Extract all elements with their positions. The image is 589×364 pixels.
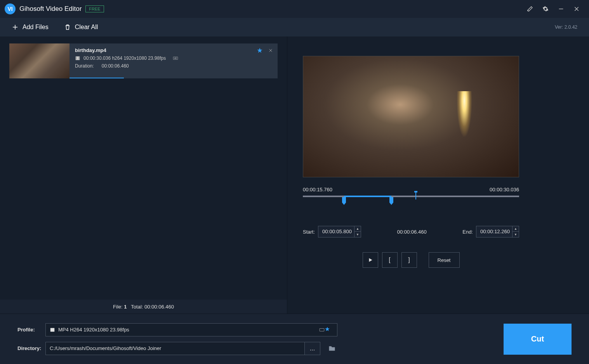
star-icon[interactable] [325, 326, 333, 333]
film-icon [50, 327, 55, 333]
titlebar: VI Gihosoft Video Editor FREE [0, 0, 589, 18]
remove-file-icon[interactable] [268, 48, 273, 54]
file-name: birthday.mp4 [75, 47, 272, 53]
end-time-input[interactable]: 00:00:12.260 ▲ ▼ [476, 226, 519, 237]
start-time-input[interactable]: 00:00:05.800 ▲ ▼ [318, 226, 361, 237]
close-button[interactable] [569, 1, 584, 17]
svg-text:HD: HD [174, 57, 177, 59]
settings-icon[interactable] [538, 1, 553, 17]
svg-rect-9 [79, 57, 79, 57]
profile-select[interactable]: MP4 H264 1920x1080 23.98fps [45, 323, 337, 336]
cut-button[interactable]: Cut [504, 324, 572, 355]
end-up-icon[interactable]: ▲ [513, 226, 519, 232]
hd-icon: HD [173, 55, 178, 61]
add-files-label: Add Files [23, 24, 49, 31]
minimize-button[interactable] [553, 1, 569, 17]
bracket-in-button[interactable]: [ [382, 252, 398, 268]
bracket-out-button[interactable]: ] [401, 252, 417, 268]
clear-all-button[interactable]: Clear All [64, 24, 98, 31]
bottom-bar: Profile: MP4 H264 1920x1080 23.98fps Dir… [0, 314, 589, 364]
reset-button[interactable]: Reset [429, 252, 460, 268]
start-down-icon[interactable]: ▼ [354, 232, 361, 237]
time-inputs: Start: 00:00:05.800 ▲ ▼ 00:00:06.460 End… [303, 226, 519, 237]
toolbar: Add Files Clear All Ver: 2.0.42 [0, 18, 589, 36]
playback-controls: [ ] Reset [303, 252, 519, 268]
file-thumbnail [9, 43, 69, 78]
profile-label: Profile: [17, 327, 45, 333]
file-panel: birthday.mp4 00:00:30.036 h264 1920x1080… [0, 36, 287, 314]
preview-panel: 00:00:15.760 00:00:30.036 Start: 00:00:0… [287, 36, 589, 314]
playhead[interactable] [415, 192, 416, 199]
file-progress [69, 78, 124, 78]
file-meta: 00:00:30.036 h264 1920x1080 23.98fps HD [75, 55, 272, 61]
svg-rect-6 [76, 57, 76, 57]
timeline-start-handle[interactable] [342, 197, 346, 203]
svg-rect-7 [76, 58, 76, 58]
film-icon [75, 55, 80, 61]
directory-label: Directory: [17, 345, 45, 351]
folder-icon[interactable] [324, 342, 340, 355]
file-duration: Duration:00:00:06.460 [75, 63, 272, 69]
version-label: Ver: 2.0.42 [555, 24, 577, 30]
play-button[interactable] [363, 252, 378, 268]
directory-more-button[interactable]: ... [305, 342, 320, 355]
start-label: Start: [303, 229, 315, 235]
edit-icon[interactable] [522, 1, 538, 17]
file-list: birthday.mp4 00:00:30.036 h264 1920x1080… [0, 36, 287, 300]
timeline-left-time: 00:00:15.760 [303, 187, 332, 192]
timeline-right-time: 00:00:30.036 [490, 187, 519, 192]
timeline[interactable] [303, 195, 519, 205]
duration-display: 00:00:06.460 [397, 229, 427, 235]
svg-rect-8 [76, 59, 76, 59]
svg-rect-16 [50, 328, 55, 331]
add-files-button[interactable]: Add Files [12, 24, 49, 31]
timeline-end-handle[interactable] [389, 197, 393, 203]
clear-all-label: Clear All [75, 24, 98, 31]
file-stats: File: 1 Total: 00:00:06.460 [0, 300, 287, 314]
main-content: birthday.mp4 00:00:30.036 h264 1920x1080… [0, 36, 589, 314]
directory-input[interactable]: C:/Users/mrash/Documents/Gihosoft/Video … [45, 342, 305, 355]
app-title: Gihosoft Video Editor [19, 5, 82, 13]
app-logo: VI [5, 3, 16, 14]
start-up-icon[interactable]: ▲ [354, 226, 361, 232]
file-item[interactable]: birthday.mp4 00:00:30.036 h264 1920x1080… [9, 43, 278, 78]
preview-area [303, 44, 578, 177]
timeline-section: 00:00:15.760 00:00:30.036 [303, 187, 578, 205]
svg-rect-11 [79, 59, 79, 59]
video-preview[interactable] [303, 56, 519, 177]
end-down-icon[interactable]: ▼ [513, 232, 519, 237]
svg-rect-17 [320, 328, 324, 331]
end-label: End: [462, 229, 473, 235]
free-badge: FREE [85, 5, 104, 12]
hd-icon [319, 327, 325, 333]
file-info: birthday.mp4 00:00:30.036 h264 1920x1080… [69, 43, 278, 78]
svg-rect-10 [79, 58, 79, 58]
star-icon[interactable] [257, 47, 263, 55]
